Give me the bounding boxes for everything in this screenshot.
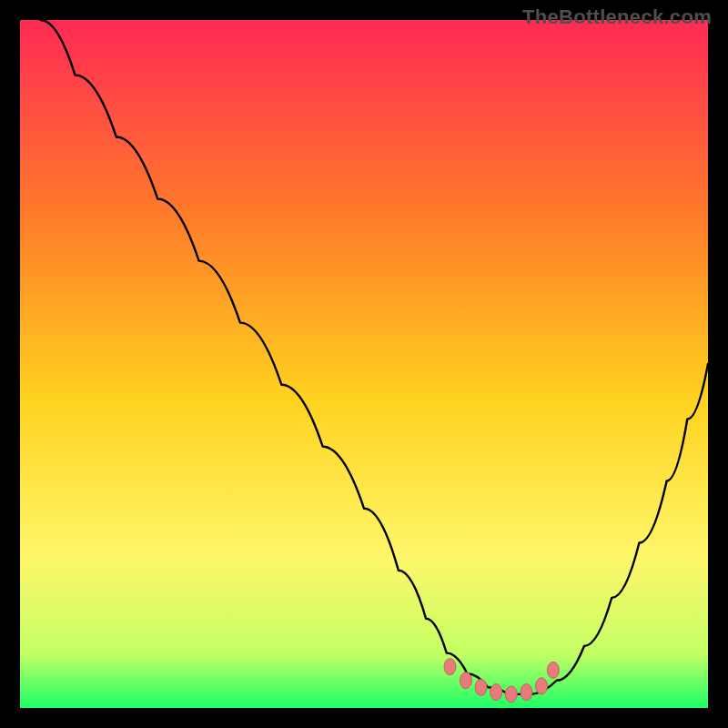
- marker-dot: [547, 662, 559, 678]
- marker-dot: [444, 659, 456, 675]
- chart-svg: [20, 20, 708, 708]
- marker-dot: [536, 678, 548, 694]
- marker-dot: [475, 679, 487, 695]
- marker-dot: [490, 684, 502, 701]
- marker-dot: [521, 684, 532, 701]
- marker-dot: [460, 672, 471, 689]
- chart-container: { "watermark": "TheBottleneck.com", "col…: [0, 0, 728, 728]
- gradient-background: [20, 20, 708, 708]
- marker-dot: [505, 686, 517, 703]
- watermark-text: TheBottleneck.com: [522, 5, 712, 29]
